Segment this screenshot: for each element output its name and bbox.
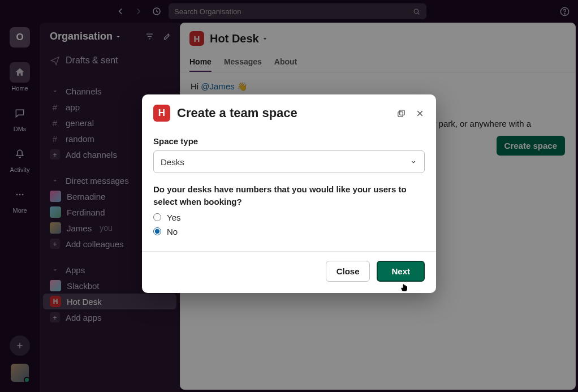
popout-icon[interactable] <box>396 109 406 118</box>
radio-no[interactable]: No <box>153 227 425 236</box>
cursor-pointer-icon <box>399 282 410 294</box>
select-value: Desks <box>161 157 184 167</box>
desk-numbers-question: Do your desks have numbers that you woul… <box>153 183 425 208</box>
close-icon[interactable] <box>415 109 425 118</box>
close-button[interactable]: Close <box>326 261 370 282</box>
radio-yes[interactable]: Yes <box>153 213 425 222</box>
svg-rect-8 <box>398 111 403 117</box>
space-type-label: Space type <box>153 136 425 146</box>
radio-no-input[interactable] <box>153 227 161 235</box>
modal-title: Create a team space <box>177 106 297 120</box>
svg-rect-7 <box>400 110 405 115</box>
space-type-select[interactable]: Desks <box>153 150 425 173</box>
chevron-down-icon <box>409 158 417 166</box>
create-team-space-modal: H Create a team space Space type Desks D… <box>142 94 436 293</box>
radio-yes-input[interactable] <box>153 213 161 221</box>
app-hot-desk-icon: H <box>153 105 170 122</box>
next-button[interactable]: Next <box>377 261 425 282</box>
